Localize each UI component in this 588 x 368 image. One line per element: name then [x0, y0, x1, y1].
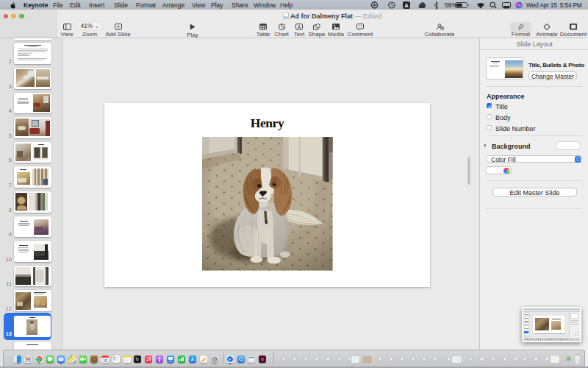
svg-text:Id: Id [260, 357, 263, 361]
svg-text:A: A [298, 24, 301, 29]
svg-text:15: 15 [103, 358, 107, 362]
svg-text:A: A [404, 3, 408, 8]
